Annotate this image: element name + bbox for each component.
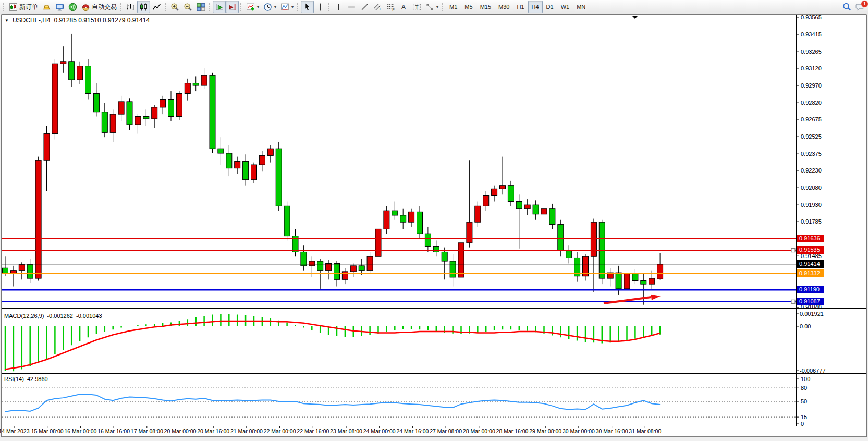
channel-button[interactable]: E <box>371 1 384 13</box>
candle-bearish <box>641 281 646 285</box>
toolbar-group-grip <box>442 3 443 11</box>
candle-bullish <box>135 117 141 125</box>
chart-symbol-period: USDCHF-,H4 <box>13 17 51 24</box>
tf-m30-button[interactable]: M30 <box>495 1 513 13</box>
candle-bearish <box>93 93 99 112</box>
candle-bullish <box>467 222 472 243</box>
templates-button[interactable]: ▾ <box>278 1 296 13</box>
bar-chart-button[interactable] <box>124 1 137 13</box>
candle-bullish <box>591 222 596 256</box>
trendline-icon <box>360 3 369 11</box>
toolbar-group-grip <box>240 3 241 11</box>
zoom-in-button[interactable] <box>168 1 181 13</box>
trendline-button[interactable] <box>358 1 371 13</box>
tf-h4-button[interactable]: H4 <box>528 1 543 13</box>
auto-scroll-button[interactable] <box>213 1 226 13</box>
candle-bullish <box>259 155 265 165</box>
tile-windows-button[interactable] <box>194 1 207 13</box>
candle-bearish <box>558 225 564 251</box>
candle-bearish <box>69 62 75 80</box>
hline-anchor-marker[interactable] <box>791 300 795 303</box>
vertical-line-button[interactable] <box>332 1 345 13</box>
periods-button[interactable]: ▾ <box>261 1 278 13</box>
candle-bullish <box>375 229 381 256</box>
tf-d1-button-label: D1 <box>545 4 555 10</box>
candle-bullish <box>118 102 124 114</box>
chat-button[interactable]: 1 <box>853 1 866 13</box>
new-order-button[interactable]: 新订单 <box>7 1 40 13</box>
candle-bearish <box>85 66 91 94</box>
toolbar-group-grip <box>3 3 4 11</box>
vertical-line-icon <box>334 3 343 11</box>
candle-bearish <box>301 252 307 265</box>
rsi-indicator-label: RSI(14) 42.9860 <box>4 376 48 382</box>
tf-w1-button[interactable]: W1 <box>557 1 573 13</box>
label-button[interactable]: T <box>410 1 423 13</box>
candle-bullish <box>342 272 348 279</box>
candle-bearish <box>516 202 522 209</box>
chart-shift-button[interactable] <box>226 1 239 13</box>
horizontal-line-button[interactable] <box>345 1 358 13</box>
horizontal-line-icon <box>347 3 356 11</box>
arrows-button[interactable]: ▾ <box>423 1 441 13</box>
cursor-button[interactable] <box>301 1 314 13</box>
bar-chart-icon <box>126 3 135 11</box>
svg-text:F: F <box>392 7 395 11</box>
candle-bullish <box>110 114 116 132</box>
candle-bearish <box>334 263 340 279</box>
candle-bearish <box>284 206 290 236</box>
zoom-out-button[interactable] <box>181 1 194 13</box>
signals-button[interactable] <box>66 1 79 13</box>
gold-button[interactable] <box>40 1 53 13</box>
periods-dropdown-icon[interactable]: ▾ <box>274 5 276 9</box>
candlestick-chart-button[interactable] <box>137 1 150 13</box>
candle-bearish <box>359 266 364 271</box>
indicators-icon <box>246 3 255 11</box>
tf-h1-button[interactable]: H1 <box>513 1 528 13</box>
indicators-dropdown-icon[interactable]: ▾ <box>257 5 259 9</box>
zoom-out-icon <box>184 3 192 11</box>
tf-m5-button[interactable]: M5 <box>461 1 476 13</box>
candle-bearish <box>508 186 514 202</box>
candle-bearish <box>417 212 423 234</box>
community-button[interactable] <box>53 1 66 13</box>
tf-mn-button[interactable]: MN <box>573 1 589 13</box>
crosshair-icon <box>316 3 325 11</box>
candle-bearish <box>616 273 621 289</box>
tf-m1-button[interactable]: M1 <box>446 1 461 13</box>
svg-text:T: T <box>415 4 419 10</box>
candle-bullish <box>77 66 83 80</box>
crosshair-button[interactable] <box>314 1 327 13</box>
candle-bearish <box>243 161 249 179</box>
search-button[interactable] <box>840 1 853 13</box>
tf-m15-button[interactable]: M15 <box>476 1 495 13</box>
macd-indicator-label: MACD(12,26,9) -0.001262 -0.001043 <box>4 313 102 319</box>
label-icon: T <box>412 3 421 11</box>
candle-bearish <box>442 252 447 261</box>
candle-bearish <box>549 209 555 225</box>
notification-badge: 1 <box>861 0 868 8</box>
auto-trading-button[interactable]: 自动交易 <box>79 1 119 13</box>
text-button[interactable]: A <box>397 1 410 13</box>
chart-dropdown-icon[interactable]: ▼ <box>5 18 9 23</box>
candle-bullish <box>60 62 66 64</box>
indicators-button[interactable]: ▾ <box>244 1 261 13</box>
macd-name: MACD(12,26,9) <box>4 313 44 319</box>
candle-bullish <box>657 264 663 279</box>
arrows-icon <box>425 3 434 11</box>
hline-anchor-marker[interactable] <box>791 249 795 252</box>
toolbar-group-grip <box>120 3 121 11</box>
candle-bullish <box>52 64 58 133</box>
chart-canvas[interactable] <box>0 0 868 441</box>
auto-scroll-icon <box>215 3 224 11</box>
fibonacci-button[interactable]: F <box>384 1 397 13</box>
tf-m15-button-label: M15 <box>479 4 493 10</box>
candle-bearish <box>392 211 398 215</box>
channel-icon: E <box>373 3 382 11</box>
line-chart-button[interactable] <box>150 1 163 13</box>
tf-h4-button-label: H4 <box>530 4 541 10</box>
templates-dropdown-icon[interactable]: ▾ <box>291 5 294 9</box>
arrows-dropdown-icon[interactable]: ▾ <box>436 5 438 9</box>
main-toolbar: 新订单自动交易▾▾▾EFAT▾M1M5M15M30H1H4D1W1MN1 <box>0 0 868 14</box>
tf-d1-button[interactable]: D1 <box>543 1 557 13</box>
